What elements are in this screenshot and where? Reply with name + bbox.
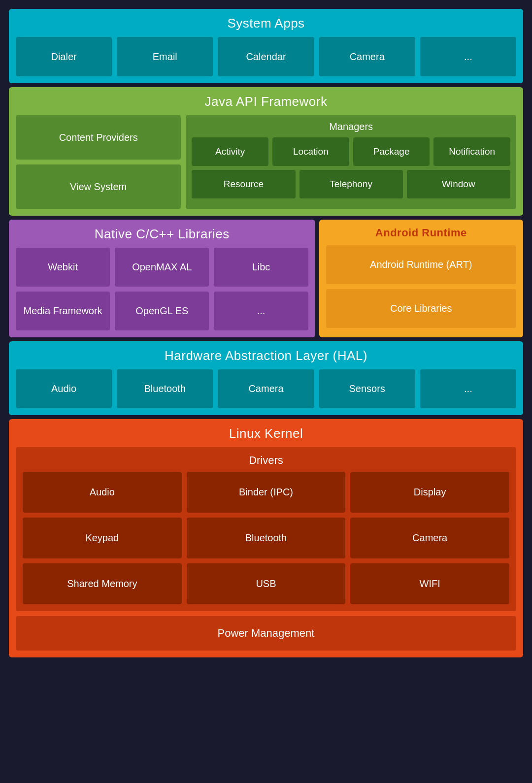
driver-binder: Binder (IPC)	[187, 472, 346, 513]
hal-grid: Audio Bluetooth Camera Sensors ...	[16, 369, 516, 408]
managers-box: Managers Activity Location Package Notif…	[186, 115, 516, 209]
android-runtime-title: Android Runtime	[326, 227, 516, 239]
drivers-subtitle: Drivers	[23, 454, 509, 467]
android-runtime-layer: Android Runtime Android Runtime (ART) Co…	[319, 220, 523, 337]
view-system: View System	[16, 164, 181, 209]
driver-bluetooth: Bluetooth	[187, 518, 346, 558]
manager-resource: Resource	[192, 170, 295, 198]
manager-location: Location	[272, 137, 349, 166]
managers-row1: Activity Location Package Notification	[192, 137, 510, 166]
app-more: ...	[420, 37, 516, 76]
system-apps-title: System Apps	[16, 16, 516, 31]
power-management: Power Management	[16, 616, 516, 651]
linux-kernel-layer: Linux Kernel Drivers Audio Binder (IPC) …	[9, 419, 523, 657]
manager-window: Window	[407, 170, 510, 198]
driver-audio: Audio	[23, 472, 182, 513]
native-libs-row1: Webkit OpenMAX AL Libc	[16, 248, 308, 287]
native-runtime-row: Native C/C++ Libraries Webkit OpenMAX AL…	[9, 220, 523, 337]
hal-layer: Hardware Abstraction Layer (HAL) Audio B…	[9, 341, 523, 415]
java-api-title: Java API Framework	[16, 94, 516, 109]
android-runtime-grid: Android Runtime (ART) Core Libraries	[326, 245, 516, 328]
app-dialer: Dialer	[16, 37, 112, 76]
manager-notification: Notification	[433, 137, 510, 166]
runtime-art: Android Runtime (ART)	[326, 245, 516, 284]
java-api-inner: Content Providers View System Managers A…	[16, 115, 516, 209]
driver-wifi: WIFI	[350, 563, 509, 604]
content-providers: Content Providers	[16, 115, 181, 160]
hal-title: Hardware Abstraction Layer (HAL)	[16, 348, 516, 363]
java-api-layer: Java API Framework Content Providers Vie…	[9, 87, 523, 216]
manager-telephony: Telephony	[299, 170, 403, 198]
native-libs-row2: Media Framework OpenGL ES ...	[16, 292, 308, 330]
managers-title: Managers	[192, 121, 510, 132]
lib-webkit: Webkit	[16, 248, 110, 287]
lib-more: ...	[214, 292, 308, 330]
native-libs-layer: Native C/C++ Libraries Webkit OpenMAX AL…	[9, 220, 315, 337]
lib-opengl: OpenGL ES	[115, 292, 209, 330]
hal-sensors: Sensors	[319, 369, 415, 408]
system-apps-grid: Dialer Email Calendar Camera ...	[16, 37, 516, 76]
managers-row2: Resource Telephony Window	[192, 170, 510, 198]
driver-camera: Camera	[350, 518, 509, 558]
drivers-row2: Keypad Bluetooth Camera	[23, 518, 509, 558]
java-api-left: Content Providers View System	[16, 115, 181, 209]
lib-libc: Libc	[214, 248, 308, 287]
manager-package: Package	[353, 137, 430, 166]
native-libs-title: Native C/C++ Libraries	[16, 227, 308, 242]
driver-usb: USB	[187, 563, 346, 604]
app-calendar: Calendar	[218, 37, 314, 76]
hal-audio: Audio	[16, 369, 112, 408]
driver-keypad: Keypad	[23, 518, 182, 558]
android-architecture-diagram: System Apps Dialer Email Calendar Camera…	[0, 0, 532, 666]
driver-shared-memory: Shared Memory	[23, 563, 182, 604]
hal-camera: Camera	[218, 369, 314, 408]
app-email: Email	[117, 37, 213, 76]
manager-activity: Activity	[192, 137, 268, 166]
drivers-box: Drivers Audio Binder (IPC) Display Keypa…	[16, 447, 516, 611]
runtime-core-libraries: Core Libraries	[326, 289, 516, 328]
hal-more: ...	[420, 369, 516, 408]
system-apps-layer: System Apps Dialer Email Calendar Camera…	[9, 9, 523, 83]
drivers-row3: Shared Memory USB WIFI	[23, 563, 509, 604]
app-camera: Camera	[319, 37, 415, 76]
lib-openmax: OpenMAX AL	[115, 248, 209, 287]
hal-bluetooth: Bluetooth	[117, 369, 213, 408]
driver-display: Display	[350, 472, 509, 513]
lib-media-framework: Media Framework	[16, 292, 110, 330]
drivers-row1: Audio Binder (IPC) Display	[23, 472, 509, 513]
linux-kernel-title: Linux Kernel	[16, 426, 516, 441]
